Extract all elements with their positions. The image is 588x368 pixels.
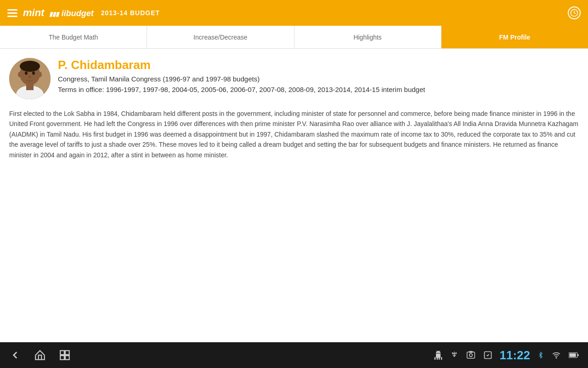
svg-point-10 <box>38 72 42 77</box>
profile-info: P. Chidambaram Congress, Tamil Manila Co… <box>58 58 425 93</box>
avatar <box>9 58 51 99</box>
svg-point-6 <box>25 72 28 75</box>
battery-icon <box>569 351 579 359</box>
tab-bar: The Budget Math Increase/Decrease Highli… <box>0 26 588 49</box>
time-display: 11:22 <box>500 348 531 362</box>
home-button[interactable] <box>34 349 46 361</box>
clock-icon[interactable] <box>568 6 581 19</box>
top-bar: mint ▮▮▮ iibudget 2013-14 BUDGET <box>0 0 588 26</box>
bluetooth-icon <box>537 351 544 360</box>
top-bar-left: mint ▮▮▮ iibudget 2013-14 BUDGET <box>7 7 160 19</box>
svg-rect-14 <box>65 356 69 360</box>
tab-highlights[interactable]: Highlights <box>294 26 441 48</box>
svg-point-3 <box>20 61 40 72</box>
svg-point-16 <box>469 354 472 357</box>
svg-point-9 <box>18 72 22 77</box>
svg-rect-22 <box>570 353 576 357</box>
svg-rect-5 <box>26 84 34 90</box>
main-content: P. Chidambaram Congress, Tamil Manila Co… <box>0 49 588 342</box>
profile-header: P. Chidambaram Congress, Tamil Manila Co… <box>9 58 579 99</box>
svg-point-8 <box>28 76 31 78</box>
bottom-nav-right: 11:22 <box>434 348 579 362</box>
bottom-bar: 11:22 <box>0 342 588 368</box>
tab-fm-profile[interactable]: FM Profile <box>441 26 588 48</box>
svg-rect-11 <box>60 351 64 355</box>
profile-party: Congress, Tamil Manila Congress (1996-97… <box>58 75 425 83</box>
back-button[interactable] <box>9 349 21 361</box>
wifi-icon <box>551 351 561 359</box>
profile-name: P. Chidambaram <box>58 58 425 72</box>
recents-button[interactable] <box>59 349 71 361</box>
svg-point-19 <box>556 357 557 358</box>
svg-point-7 <box>32 72 35 75</box>
tab-increase-decrease[interactable]: Increase/Decrease <box>147 26 294 48</box>
svg-rect-15 <box>467 352 475 358</box>
screenshot-icon <box>466 351 476 360</box>
profile-terms: Terms in office: 1996-1997, 1997-98, 200… <box>58 86 425 93</box>
svg-rect-13 <box>60 356 64 360</box>
budget-year-label: 2013-14 BUDGET <box>101 9 160 17</box>
logo-mint: mint ▮▮▮ iibudget <box>23 7 94 19</box>
settings-icon <box>483 351 492 360</box>
usb-icon <box>450 351 458 360</box>
android-icon <box>434 351 443 360</box>
profile-bio: First elected to the Lok Sabha in 1984, … <box>9 109 579 160</box>
tab-budget-math[interactable]: The Budget Math <box>0 26 147 48</box>
bottom-nav-left <box>9 349 71 361</box>
hamburger-menu[interactable] <box>7 9 17 17</box>
svg-rect-21 <box>577 354 578 356</box>
svg-rect-12 <box>65 351 69 355</box>
